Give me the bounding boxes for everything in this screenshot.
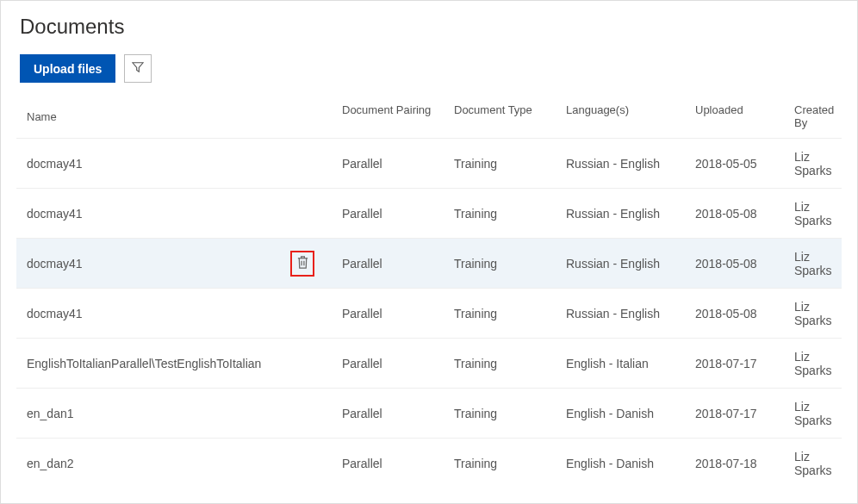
document-type: Training — [454, 457, 566, 470]
toolbar: Upload files — [20, 54, 842, 83]
document-pairing: Parallel — [342, 307, 454, 320]
filter-button[interactable] — [124, 54, 152, 83]
document-languages: English - Danish — [566, 457, 695, 470]
document-languages: Russian - English — [566, 257, 695, 271]
document-pairing: Parallel — [342, 407, 454, 420]
document-name: docmay41 — [27, 207, 83, 221]
table-header: Name Document Pairing Document Type Lang… — [16, 95, 842, 139]
document-type: Training — [454, 307, 566, 320]
document-languages: Russian - English — [566, 207, 695, 221]
col-header-pairing[interactable]: Document Pairing — [342, 103, 454, 129]
col-header-type[interactable]: Document Type — [454, 103, 566, 129]
document-name: docmay41 — [27, 157, 83, 171]
document-created-by: Liz Sparks — [794, 300, 835, 327]
document-uploaded: 2018-05-08 — [695, 207, 794, 221]
document-uploaded: 2018-05-05 — [695, 157, 794, 171]
document-pairing: Parallel — [342, 207, 454, 221]
table-row[interactable]: docmay41ParallelTrainingRussian - Englis… — [16, 139, 842, 189]
col-header-uploaded[interactable]: Uploaded — [695, 103, 794, 129]
documents-panel: Documents Upload files Name Document Pai… — [0, 0, 858, 504]
document-languages: Russian - English — [566, 307, 695, 320]
document-type: Training — [454, 357, 566, 370]
document-languages: English - Danish — [566, 407, 695, 420]
document-pairing: Parallel — [342, 257, 454, 271]
table-row[interactable]: docmay41ParallelTrainingRussian - Englis… — [16, 289, 842, 339]
page-title: Documents — [20, 15, 842, 39]
table-row[interactable]: docmay41ParallelTrainingRussian - Englis… — [16, 189, 842, 239]
filter-icon — [132, 61, 144, 76]
document-name: docmay41 — [27, 307, 83, 320]
delete-button[interactable] — [290, 251, 314, 277]
document-name: EnglishToItalianParallel\TestEnglishToIt… — [27, 357, 261, 370]
document-pairing: Parallel — [342, 357, 454, 370]
table-row[interactable]: EnglishToItalianParallel\TestEnglishToIt… — [16, 339, 842, 389]
table-row[interactable]: en_dan2ParallelTrainingEnglish - Danish2… — [16, 439, 842, 488]
document-name: en_dan2 — [27, 457, 74, 470]
document-type: Training — [454, 407, 566, 420]
document-pairing: Parallel — [342, 457, 454, 470]
document-created-by: Liz Sparks — [794, 450, 835, 477]
document-pairing: Parallel — [342, 157, 454, 171]
document-uploaded: 2018-05-08 — [695, 257, 794, 271]
document-name: docmay41 — [27, 257, 83, 271]
document-type: Training — [454, 157, 566, 171]
document-languages: Russian - English — [566, 157, 695, 171]
document-created-by: Liz Sparks — [794, 150, 835, 177]
upload-files-button[interactable]: Upload files — [20, 54, 115, 83]
col-header-name[interactable]: Name — [23, 103, 342, 129]
trash-icon — [296, 255, 309, 272]
col-header-languages[interactable]: Language(s) — [566, 103, 695, 129]
document-languages: English - Italian — [566, 357, 695, 370]
document-created-by: Liz Sparks — [794, 350, 835, 377]
documents-table: Name Document Pairing Document Type Lang… — [16, 95, 842, 488]
document-uploaded: 2018-07-17 — [695, 407, 794, 420]
document-created-by: Liz Sparks — [794, 250, 835, 277]
table-row[interactable]: en_dan1ParallelTrainingEnglish - Danish2… — [16, 389, 842, 439]
document-name: en_dan1 — [27, 407, 74, 420]
document-created-by: Liz Sparks — [794, 200, 835, 227]
document-type: Training — [454, 257, 566, 271]
col-header-created-by[interactable]: Created By — [794, 103, 835, 129]
document-type: Training — [454, 207, 566, 221]
document-uploaded: 2018-05-08 — [695, 307, 794, 320]
document-uploaded: 2018-07-18 — [695, 457, 794, 470]
table-row[interactable]: docmay41ParallelTrainingRussian - Englis… — [16, 239, 842, 289]
document-created-by: Liz Sparks — [794, 400, 835, 427]
document-uploaded: 2018-07-17 — [695, 357, 794, 370]
